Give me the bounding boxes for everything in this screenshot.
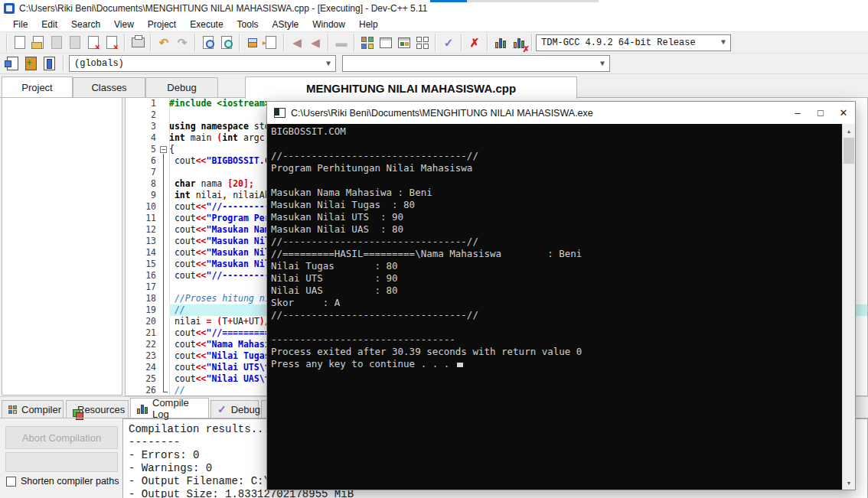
- menu-help[interactable]: Help: [352, 18, 385, 31]
- line-number: 18: [126, 293, 159, 304]
- tab-resources[interactable]: Resources: [66, 400, 129, 418]
- chevron-down-icon: ▼: [600, 60, 605, 68]
- tab-compile-log[interactable]: Compile Log: [130, 398, 209, 418]
- save-icon[interactable]: [47, 34, 66, 52]
- tab-compiler[interactable]: Compiler: [2, 400, 64, 418]
- abort-compilation-button[interactable]: Abort Compilation: [5, 426, 118, 449]
- menu-execute[interactable]: Execute: [183, 18, 230, 31]
- globals-select[interactable]: (globals) ▼: [69, 55, 336, 72]
- line-number: 21: [126, 327, 159, 339]
- line-number: 11: [126, 213, 159, 224]
- menu-astyle[interactable]: AStyle: [266, 18, 306, 31]
- fold-column: [159, 224, 169, 236]
- close-all-icon[interactable]: [103, 34, 121, 52]
- fold-column: [159, 259, 169, 270]
- console-output[interactable]: BIGBOSSIT.COM //------------------------…: [267, 124, 842, 490]
- open-file-icon[interactable]: [29, 34, 47, 52]
- tab-classes[interactable]: Classes: [73, 77, 145, 97]
- find-icon[interactable]: [199, 34, 217, 52]
- window-grid-icon[interactable]: [413, 34, 432, 52]
- profile-icon[interactable]: [491, 34, 510, 52]
- line-number: 20: [126, 316, 159, 327]
- abort-icon[interactable]: ▬: [332, 34, 351, 52]
- pause-item-icon[interactable]: [40, 54, 58, 73]
- line-number: 23: [126, 350, 159, 362]
- tab-debug[interactable]: Debug: [145, 77, 218, 97]
- fold-column: [159, 236, 169, 247]
- scrollbar-thumb[interactable]: [844, 138, 854, 164]
- menu-view[interactable]: View: [107, 18, 141, 31]
- forward-icon[interactable]: ◀: [306, 34, 325, 52]
- console-scrollbar[interactable]: ▲ ▼: [842, 124, 855, 490]
- menu-file[interactable]: File: [6, 18, 34, 31]
- new-project-icon[interactable]: [358, 34, 377, 52]
- undo-icon[interactable]: ↶: [155, 34, 173, 52]
- debug-check-icon: ✓: [217, 403, 227, 415]
- line-number: 14: [126, 247, 159, 259]
- new-file-icon[interactable]: [11, 34, 29, 52]
- tab-row: ProjectClassesDebug MENGHITUNG NILAI MAH…: [0, 74, 868, 98]
- line-number: 15: [126, 259, 159, 270]
- fold-column: [159, 132, 169, 144]
- members-select[interactable]: ▼: [342, 55, 610, 72]
- tab-debug[interactable]: ✓Debug: [210, 400, 259, 418]
- menu-search[interactable]: Search: [64, 18, 107, 31]
- shorten-paths-checkbox[interactable]: [6, 477, 16, 487]
- tab-label: Compile Log: [152, 397, 202, 420]
- fold-column: [159, 167, 169, 178]
- add-item-icon[interactable]: +: [21, 54, 40, 73]
- save-all-icon[interactable]: [66, 34, 84, 52]
- compile-icon[interactable]: ✓: [439, 34, 458, 52]
- fold-column: [159, 385, 169, 396]
- print-icon[interactable]: [129, 34, 147, 52]
- minimize-button[interactable]: –: [786, 102, 809, 124]
- menu-bar: FileEditSearchViewProjectExecuteToolsASt…: [0, 17, 868, 32]
- line-number: 19: [126, 304, 159, 316]
- close-button[interactable]: ✕: [832, 102, 855, 124]
- scroll-up-icon[interactable]: ▲: [843, 125, 855, 137]
- menu-tools[interactable]: Tools: [230, 18, 266, 31]
- console-title-bar[interactable]: C:\Users\Riki Beni\Documents\MENGHITUNG …: [267, 102, 855, 124]
- goto-definition-icon[interactable]: [3, 54, 21, 73]
- progress-sliver: [430, 0, 599, 2]
- redo-icon[interactable]: ↷: [173, 34, 191, 52]
- title-bar[interactable]: C:\Users\Riki Beni\Documents\MENGHITUNG …: [0, 0, 868, 17]
- compiler-select-value: TDM-GCC 4.9.2 64-bit Release: [541, 37, 696, 48]
- replace-icon[interactable]: [243, 34, 262, 52]
- line-number: 3: [126, 121, 159, 132]
- new-window-icon[interactable]: [377, 34, 395, 52]
- line-number: 26: [126, 385, 159, 396]
- fold-column: [159, 339, 169, 350]
- close-file-icon[interactable]: [84, 34, 103, 52]
- project-tree-panel[interactable]: [2, 97, 122, 395]
- fold-column: [159, 201, 169, 213]
- line-number: 12: [126, 224, 159, 236]
- editor-tab-label: MENGHITUNG NILAI MAHASISWA.cpp: [306, 82, 516, 95]
- fold-column: [159, 373, 169, 385]
- fold-column: [159, 316, 169, 327]
- maximize-button[interactable]: □: [809, 102, 832, 124]
- line-number: 22: [126, 339, 159, 350]
- fold-column: [159, 178, 169, 190]
- menu-edit[interactable]: Edit: [34, 18, 64, 31]
- line-number: 8: [126, 178, 159, 190]
- back-icon[interactable]: ◀: [288, 34, 306, 52]
- fold-column: [159, 362, 169, 373]
- stop-execution-icon[interactable]: ✗: [465, 34, 484, 52]
- fold-column: [159, 293, 169, 304]
- fold-column: [159, 270, 169, 282]
- find-in-files-icon[interactable]: [217, 34, 236, 52]
- project-options-icon[interactable]: [395, 34, 413, 52]
- compiler-select[interactable]: TDM-GCC 4.9.2 64-bit Release ▼: [536, 34, 731, 51]
- scroll-down-icon[interactable]: ▼: [843, 477, 855, 489]
- menu-window[interactable]: Window: [305, 18, 352, 31]
- delete-profiling-icon[interactable]: [510, 34, 528, 52]
- goto-line-icon[interactable]: [262, 34, 280, 52]
- editor-tab[interactable]: MENGHITUNG NILAI MAHASISWA.cpp: [245, 76, 577, 99]
- line-number: 25: [126, 373, 159, 385]
- fold-marker-icon[interactable]: −: [160, 146, 167, 153]
- menu-project[interactable]: Project: [141, 18, 183, 31]
- fold-column: [159, 282, 169, 293]
- fold-column: [159, 213, 169, 224]
- tab-project[interactable]: Project: [2, 76, 73, 97]
